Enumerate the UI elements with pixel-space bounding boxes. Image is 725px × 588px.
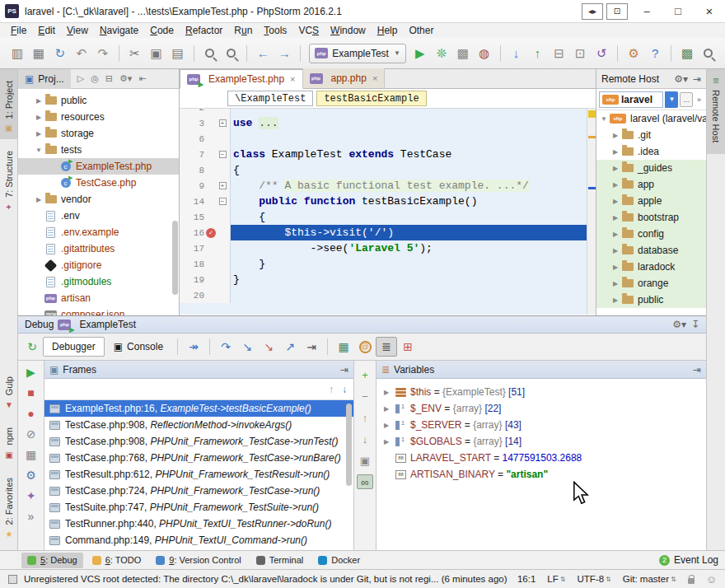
restore-layout-icon[interactable]: ▦ bbox=[26, 448, 36, 461]
gutter[interactable]: 9+ bbox=[180, 178, 231, 194]
expand-arrow-icon[interactable]: ▼ bbox=[33, 147, 44, 154]
expand-arrow-icon[interactable]: ▶ bbox=[610, 165, 621, 172]
remote-tree-item-orange[interactable]: ▶orange bbox=[596, 275, 706, 292]
gutter[interactable]: 18 bbox=[180, 256, 231, 272]
hide-panel-icon[interactable]: ↧ bbox=[691, 319, 699, 330]
menu-window[interactable]: Window bbox=[325, 25, 372, 36]
project-tree-item-storage[interactable]: ▶storage bbox=[18, 125, 179, 142]
panel-settings-icon[interactable]: ⚙▾ bbox=[674, 73, 688, 85]
paste-icon[interactable]: ▤ bbox=[168, 44, 188, 63]
mute-breakpoints-icon[interactable]: ⊘ bbox=[26, 427, 36, 441]
vcs-commit-icon[interactable]: ↑ bbox=[528, 44, 548, 63]
stripe-mark-0[interactable] bbox=[588, 110, 596, 118]
debug-settings-icon[interactable]: ⚙ bbox=[26, 469, 36, 482]
status-segment-16-1[interactable]: 16:1 bbox=[517, 574, 536, 584]
remove-watch-icon[interactable]: − bbox=[357, 389, 373, 404]
replace-icon[interactable] bbox=[221, 44, 241, 63]
breadcrumb-item[interactable]: \ExampleTest bbox=[227, 91, 313, 106]
tool-button-npm[interactable]: npm▣ bbox=[0, 416, 18, 465]
gutter[interactable]: 20 bbox=[180, 287, 231, 303]
project-tree-item-tests[interactable]: ▼tests bbox=[18, 142, 179, 158]
status-message[interactable]: Unregistered VCS root detected: The dire… bbox=[24, 574, 508, 584]
debug-icon[interactable]: ❊ bbox=[432, 44, 451, 63]
quick-evaluate-icon[interactable]: @ bbox=[354, 337, 376, 357]
toolwindow-version-control[interactable]: 9: Version Control bbox=[150, 553, 246, 568]
float-panel-icon[interactable]: ⇥ bbox=[693, 364, 701, 376]
remote-browse-button[interactable]: ... bbox=[680, 92, 693, 107]
stripe-mark-2[interactable] bbox=[588, 187, 596, 189]
expand-arrow-icon[interactable]: ▶ bbox=[610, 148, 621, 156]
event-log-button[interactable]: 2 Event Log bbox=[659, 554, 718, 566]
hide-panel-icon[interactable]: ⇤ bbox=[138, 73, 146, 84]
more-icon[interactable]: » bbox=[28, 510, 35, 523]
expand-arrow-icon[interactable]: ▶ bbox=[610, 264, 621, 271]
titlebar-extra-2-button[interactable]: ⊡ bbox=[606, 3, 628, 20]
frame-down-icon[interactable]: ↓ bbox=[342, 384, 347, 395]
variable-row[interactable]: 88LARAVEL_START = 1477591503.2688 bbox=[377, 450, 706, 466]
remote-server-select[interactable]: sftp laravel bbox=[599, 91, 663, 108]
stop-icon[interactable]: ■ bbox=[27, 386, 34, 399]
expand-arrow-icon[interactable]: ▶ bbox=[381, 422, 391, 429]
code-area[interactable]: 23+use ...67−class ExampleTest extends T… bbox=[180, 109, 596, 315]
remote-root-item[interactable]: ▼sftplaravel (laravel/var bbox=[596, 110, 706, 127]
debug-tab-debugger[interactable]: Debugger bbox=[43, 337, 105, 357]
inline-values-icon[interactable]: ≣ bbox=[376, 337, 397, 357]
project-tree-item--gitmodules[interactable]: .gitmodules bbox=[18, 273, 179, 290]
close-tab-icon[interactable]: × bbox=[290, 74, 295, 84]
frame-row[interactable]: TestCase.php:908, PHPUnit_Framework_Test… bbox=[44, 433, 353, 450]
expand-arrow-icon[interactable]: ▶ bbox=[610, 198, 621, 205]
view-breakpoints-icon[interactable]: ● bbox=[27, 407, 34, 420]
tool-button-structure[interactable]: 7: Structure✦ bbox=[0, 139, 17, 218]
remote-tree-item--git[interactable]: ▶.git bbox=[596, 127, 706, 143]
find-icon[interactable] bbox=[200, 44, 220, 63]
editor-tab-exampletest-php[interactable]: phpExampleTest.php× bbox=[180, 69, 303, 89]
search-everywhere-icon[interactable] bbox=[698, 44, 718, 63]
project-tree-item--env[interactable]: .env bbox=[18, 208, 179, 224]
force-step-into-icon[interactable]: ↘ bbox=[258, 337, 279, 357]
copy-icon[interactable]: ▣ bbox=[147, 44, 166, 63]
expand-arrow-icon[interactable]: ▶ bbox=[33, 114, 44, 121]
step-out-icon[interactable]: ↗ bbox=[279, 337, 301, 357]
expand-arrow-icon[interactable]: ▶ bbox=[381, 438, 391, 446]
status-segment-git-master[interactable]: Git: master⇅ bbox=[623, 574, 676, 584]
close-tab-icon[interactable]: × bbox=[372, 73, 377, 83]
maximize-button[interactable]: □ bbox=[662, 1, 694, 22]
project-tree-item-public[interactable]: ▶public bbox=[18, 92, 179, 109]
project-tree-item-exampletest-php[interactable]: cExampleTest.php bbox=[18, 158, 179, 175]
gutter[interactable]: 15 bbox=[180, 209, 231, 225]
menu-refactor[interactable]: Refactor bbox=[180, 25, 228, 36]
synchronize-icon[interactable]: ↻ bbox=[50, 44, 70, 63]
toolwindow-todo[interactable]: 6: TODO bbox=[87, 553, 147, 568]
remote-tree-item-database[interactable]: ▶database bbox=[596, 242, 706, 259]
stripe-mark-1[interactable] bbox=[588, 136, 596, 138]
variable-row[interactable]: ▶1$_SERVER = {array} [43] bbox=[377, 417, 706, 433]
project-tree-item-testcase-php[interactable]: cTestCase.php bbox=[18, 175, 179, 191]
editor-tab-app-php[interactable]: phpapp.php× bbox=[303, 68, 386, 88]
tool-button-remote-host[interactable]: ≣Remote Host bbox=[707, 69, 725, 154]
variable-row[interactable]: 88ARTISAN_BINARY = "artisan" bbox=[377, 466, 706, 483]
show-watches-icon[interactable]: ∞ bbox=[357, 474, 373, 489]
save-all-icon[interactable]: ▦ bbox=[29, 44, 49, 63]
project-tree-item--gitignore[interactable]: .gitignore bbox=[18, 257, 179, 273]
back-icon[interactable]: ← bbox=[253, 44, 273, 63]
hector-inspections-icon[interactable]: ☺ bbox=[706, 573, 717, 586]
frame-row[interactable]: TestResult.php:612, PHPUnit_Framework_Te… bbox=[44, 466, 353, 483]
frames-scrollbar[interactable] bbox=[346, 404, 352, 486]
add-watch-icon[interactable]: + bbox=[357, 367, 373, 382]
frame-row[interactable]: TestCase.php:768, PHPUnit_Framework_Test… bbox=[44, 450, 353, 466]
resume-icon[interactable]: ▶ bbox=[26, 366, 35, 379]
expand-arrow-icon[interactable]: ▶ bbox=[610, 132, 621, 139]
expand-arrow-icon[interactable]: ▶ bbox=[610, 247, 621, 254]
undo-icon[interactable]: ↶ bbox=[72, 44, 91, 63]
project-tree-item--gitattributes[interactable]: .gitattributes bbox=[18, 240, 179, 257]
variable-row[interactable]: ▶$this = {ExampleTest} [51] bbox=[377, 384, 706, 400]
gutter[interactable]: 6 bbox=[180, 131, 231, 147]
fold-marker-icon[interactable]: − bbox=[218, 198, 227, 205]
expand-arrow-icon[interactable]: ▶ bbox=[610, 181, 621, 189]
close-button[interactable]: × bbox=[694, 1, 725, 22]
expand-arrow-icon[interactable]: ▶ bbox=[33, 196, 44, 203]
vcs-history-icon[interactable]: ⊟ bbox=[550, 44, 569, 63]
collapse-arrow-icon[interactable]: ▼ bbox=[598, 115, 610, 123]
locate-icon[interactable]: ◎ bbox=[91, 73, 99, 84]
project-tree-item-vendor[interactable]: ▶vendor bbox=[18, 191, 179, 208]
